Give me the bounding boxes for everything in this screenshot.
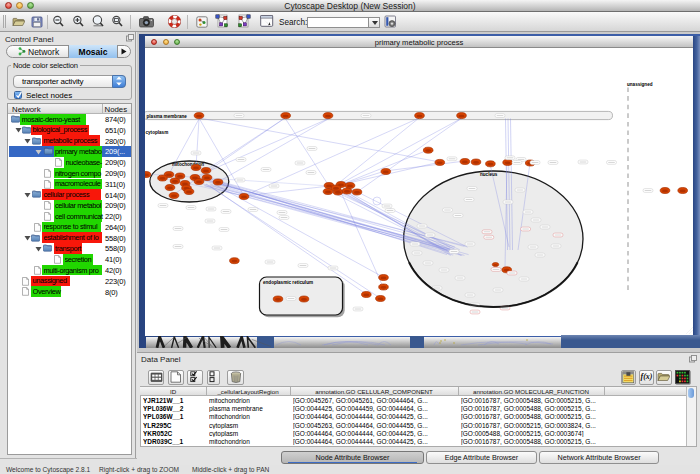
svg-text:nucleus: nucleus (480, 172, 498, 177)
svg-text:endoplasmic reticulum: endoplasmic reticulum (263, 280, 313, 285)
svg-text:plasma membrane: plasma membrane (147, 114, 188, 119)
svg-text:unassigned: unassigned (627, 82, 653, 87)
svg-text:cytoplasm: cytoplasm (146, 130, 169, 135)
